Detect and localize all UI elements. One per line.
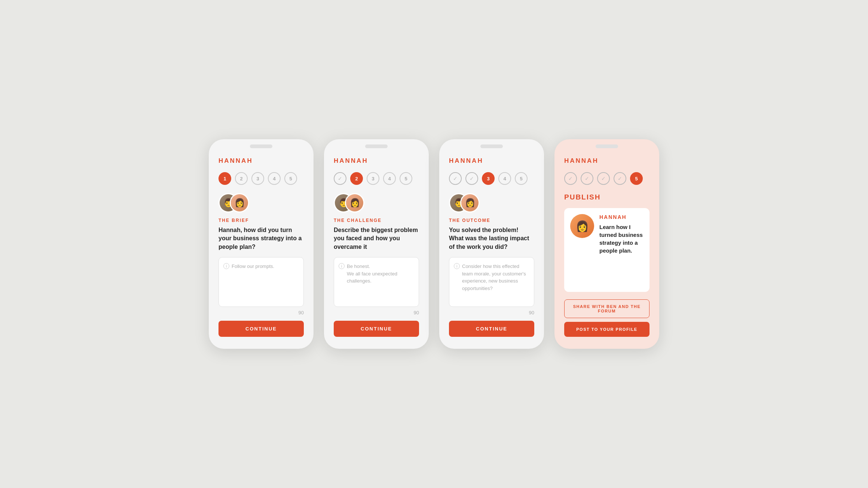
char-count-2: 90 bbox=[334, 310, 419, 315]
section-label-1: THE BRIEF bbox=[218, 218, 304, 223]
step-4-check-3: ✓ bbox=[597, 172, 610, 185]
step-1-5: 5 bbox=[284, 172, 297, 185]
text-area-1[interactable]: i Follow our prompts. bbox=[218, 257, 304, 307]
phone-2: HANNAH ✓ 2 3 4 5 👨 👩 THE CHALLENGE Descr… bbox=[324, 139, 429, 349]
step-1-4: 4 bbox=[268, 172, 281, 185]
publish-label: PUBLISH bbox=[564, 193, 650, 201]
step-2-check-1: ✓ bbox=[334, 172, 346, 185]
step-3-4: 4 bbox=[498, 172, 511, 185]
hint-text-3: Consider how this effected team morale, … bbox=[462, 263, 529, 292]
avatar-woman-1: 👩 bbox=[230, 193, 249, 213]
section-label-2: THE CHALLENGE bbox=[334, 218, 419, 223]
phone-3: HANNAH ✓ ✓ 3 4 5 👨 👩 THE OUTCOME You sol… bbox=[439, 139, 544, 349]
profile-card-text: Learn how I turned business strategy int… bbox=[599, 223, 644, 254]
question-1: Hannah, how did you turn your business s… bbox=[218, 226, 304, 251]
section-label-3: THE OUTCOME bbox=[449, 218, 534, 223]
step-1-3: 3 bbox=[251, 172, 264, 185]
phone-1-name: HANNAH bbox=[218, 157, 304, 165]
phone-2-avatars: 👨 👩 bbox=[334, 193, 419, 213]
hint-icon-3: i bbox=[454, 263, 460, 269]
text-area-3[interactable]: i Consider how this effected team morale… bbox=[449, 257, 534, 307]
hint-1: i Follow our prompts. bbox=[223, 263, 299, 270]
avatar-woman-3: 👩 bbox=[460, 193, 480, 213]
phone-3-steps: ✓ ✓ 3 4 5 bbox=[449, 172, 534, 185]
phones-container: HANNAH 1 2 3 4 5 👨 👩 THE BRIEF Hannah, h… bbox=[209, 139, 659, 349]
phone-4-name: HANNAH bbox=[564, 157, 650, 165]
char-count-1: 90 bbox=[218, 310, 304, 315]
char-count-3: 90 bbox=[449, 310, 534, 315]
step-3-check-2: ✓ bbox=[465, 172, 478, 185]
step-1-active: 1 bbox=[218, 172, 231, 185]
profile-card: 👩 HANNAH Learn how I turned business str… bbox=[564, 208, 650, 292]
question-2: Describe the biggest problem you faced a… bbox=[334, 226, 419, 251]
step-4-active: 5 bbox=[630, 172, 643, 185]
post-button[interactable]: POST TO YOUR PROFILE bbox=[564, 322, 650, 337]
step-4-check-4: ✓ bbox=[614, 172, 626, 185]
continue-button-3[interactable]: CONTINUE bbox=[449, 321, 534, 337]
phone-4-steps: ✓ ✓ ✓ ✓ 5 bbox=[564, 172, 650, 185]
step-3-active: 3 bbox=[482, 172, 495, 185]
profile-card-name: HANNAH bbox=[599, 214, 644, 220]
text-area-2[interactable]: i Be honest.We all face unexpected chall… bbox=[334, 257, 419, 307]
hint-icon-1: i bbox=[223, 263, 229, 269]
phone-3-avatars: 👨 👩 bbox=[449, 193, 534, 213]
hint-2: i Be honest.We all face unexpected chall… bbox=[339, 263, 414, 285]
step-2-active: 2 bbox=[350, 172, 363, 185]
step-1-2: 2 bbox=[235, 172, 248, 185]
phone-2-name: HANNAH bbox=[334, 157, 419, 165]
step-3-5: 5 bbox=[515, 172, 528, 185]
phone-1-steps: 1 2 3 4 5 bbox=[218, 172, 304, 185]
hint-3: i Consider how this effected team morale… bbox=[454, 263, 529, 292]
profile-card-right: HANNAH Learn how I turned business strat… bbox=[599, 214, 644, 254]
phone-1: HANNAH 1 2 3 4 5 👨 👩 THE BRIEF Hannah, h… bbox=[209, 139, 314, 349]
hint-text-1: Follow our prompts. bbox=[232, 263, 274, 270]
phone-1-avatars: 👨 👩 bbox=[218, 193, 304, 213]
continue-button-2[interactable]: CONTINUE bbox=[334, 321, 419, 337]
step-2-3: 3 bbox=[367, 172, 379, 185]
phone-3-name: HANNAH bbox=[449, 157, 534, 165]
share-button[interactable]: SHARE WITH BEN AND THE FORUM bbox=[564, 299, 650, 318]
profile-card-avatar: 👩 bbox=[570, 214, 594, 238]
continue-button-1[interactable]: CONTINUE bbox=[218, 321, 304, 337]
phone-4: HANNAH ✓ ✓ ✓ ✓ 5 PUBLISH 👩 HANNAH Learn … bbox=[554, 139, 659, 349]
step-4-check-2: ✓ bbox=[581, 172, 593, 185]
step-4-check-1: ✓ bbox=[564, 172, 577, 185]
avatar-woman-2: 👩 bbox=[345, 193, 364, 213]
hint-text-2: Be honest.We all face unexpected challen… bbox=[347, 263, 414, 285]
step-2-5: 5 bbox=[400, 172, 412, 185]
step-3-check-1: ✓ bbox=[449, 172, 462, 185]
step-2-4: 4 bbox=[383, 172, 396, 185]
phone-2-steps: ✓ 2 3 4 5 bbox=[334, 172, 419, 185]
hint-icon-2: i bbox=[339, 263, 345, 269]
question-3: You solved the problem! What was the las… bbox=[449, 226, 534, 251]
